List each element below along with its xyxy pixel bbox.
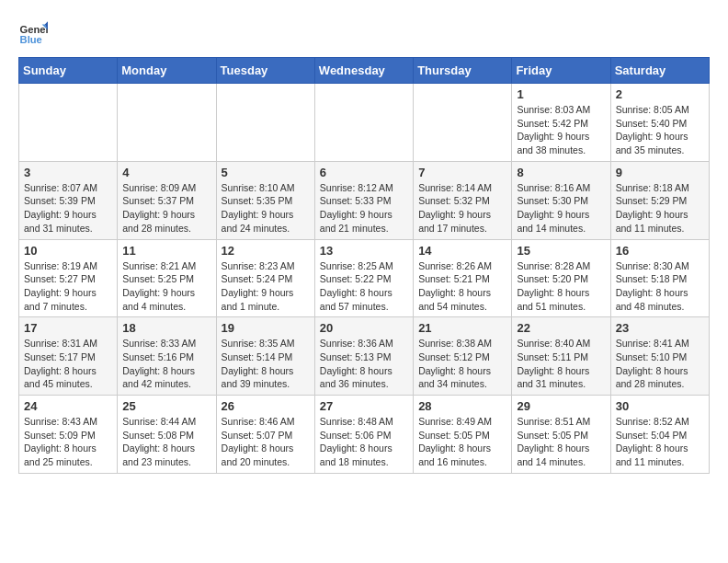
day-info: Sunrise: 8:10 AMSunset: 5:35 PMDaylight:… <box>222 181 310 236</box>
day-info: Sunrise: 8:28 AMSunset: 5:20 PMDaylight:… <box>517 259 605 314</box>
day-info: Sunrise: 8:48 AMSunset: 5:06 PMDaylight:… <box>320 415 408 469</box>
header-sunday: Sunday <box>19 58 118 84</box>
page-header: General Blue <box>18 18 710 48</box>
day-info: Sunrise: 8:46 AMSunset: 5:07 PMDaylight:… <box>222 415 310 469</box>
day-number: 2 <box>616 87 704 101</box>
day-number: 14 <box>418 244 506 258</box>
day-info: Sunrise: 8:40 AMSunset: 5:11 PMDaylight:… <box>517 337 605 391</box>
day-cell: 10Sunrise: 8:19 AMSunset: 5:27 PMDayligh… <box>19 239 118 317</box>
day-cell: 3Sunrise: 8:07 AMSunset: 5:39 PMDaylight… <box>19 161 118 239</box>
day-cell <box>118 84 216 162</box>
week-row-1: 1Sunrise: 8:03 AMSunset: 5:42 PMDaylight… <box>19 84 710 162</box>
day-info: Sunrise: 8:19 AMSunset: 5:27 PMDaylight:… <box>24 259 112 314</box>
day-info: Sunrise: 8:51 AMSunset: 5:05 PMDaylight:… <box>517 415 605 469</box>
day-info: Sunrise: 8:14 AMSunset: 5:32 PMDaylight:… <box>418 181 506 236</box>
day-cell: 6Sunrise: 8:12 AMSunset: 5:33 PMDaylight… <box>314 161 413 239</box>
day-number: 6 <box>320 166 408 179</box>
day-number: 1 <box>517 87 605 101</box>
header-tuesday: Tuesday <box>216 58 314 84</box>
day-cell: 15Sunrise: 8:28 AMSunset: 5:20 PMDayligh… <box>512 239 610 317</box>
day-info: Sunrise: 8:07 AMSunset: 5:39 PMDaylight:… <box>24 181 112 236</box>
week-row-2: 3Sunrise: 8:07 AMSunset: 5:39 PMDaylight… <box>19 161 710 239</box>
header-monday: Monday <box>118 58 216 84</box>
day-cell <box>216 84 314 162</box>
day-cell: 9Sunrise: 8:18 AMSunset: 5:29 PMDaylight… <box>610 161 709 239</box>
day-info: Sunrise: 8:03 AMSunset: 5:42 PMDaylight:… <box>517 103 605 157</box>
day-number: 9 <box>616 166 704 179</box>
day-cell: 2Sunrise: 8:05 AMSunset: 5:40 PMDaylight… <box>610 84 709 162</box>
header-wednesday: Wednesday <box>314 58 413 84</box>
day-cell: 27Sunrise: 8:48 AMSunset: 5:06 PMDayligh… <box>314 396 413 474</box>
day-cell: 24Sunrise: 8:43 AMSunset: 5:09 PMDayligh… <box>19 396 118 474</box>
day-number: 23 <box>616 321 704 335</box>
day-cell: 4Sunrise: 8:09 AMSunset: 5:37 PMDaylight… <box>118 161 216 239</box>
day-info: Sunrise: 8:05 AMSunset: 5:40 PMDaylight:… <box>616 103 704 157</box>
week-row-3: 10Sunrise: 8:19 AMSunset: 5:27 PMDayligh… <box>19 239 710 317</box>
day-info: Sunrise: 8:52 AMSunset: 5:04 PMDaylight:… <box>616 415 704 469</box>
day-cell: 12Sunrise: 8:23 AMSunset: 5:24 PMDayligh… <box>216 239 314 317</box>
day-cell: 14Sunrise: 8:26 AMSunset: 5:21 PMDayligh… <box>414 239 512 317</box>
day-number: 17 <box>24 321 112 335</box>
day-cell: 7Sunrise: 8:14 AMSunset: 5:32 PMDaylight… <box>414 161 512 239</box>
day-number: 11 <box>122 244 210 258</box>
day-info: Sunrise: 8:25 AMSunset: 5:22 PMDaylight:… <box>320 259 408 314</box>
day-number: 3 <box>24 166 112 179</box>
day-cell: 19Sunrise: 8:35 AMSunset: 5:14 PMDayligh… <box>216 317 314 396</box>
day-info: Sunrise: 8:38 AMSunset: 5:12 PMDaylight:… <box>418 337 506 391</box>
day-cell <box>19 84 118 162</box>
day-info: Sunrise: 8:33 AMSunset: 5:16 PMDaylight:… <box>122 337 210 391</box>
day-info: Sunrise: 8:21 AMSunset: 5:25 PMDaylight:… <box>122 259 210 314</box>
day-cell: 1Sunrise: 8:03 AMSunset: 5:42 PMDaylight… <box>512 84 610 162</box>
day-number: 4 <box>122 166 210 179</box>
day-cell: 21Sunrise: 8:38 AMSunset: 5:12 PMDayligh… <box>414 317 512 396</box>
header-saturday: Saturday <box>610 58 709 84</box>
day-number: 5 <box>222 166 310 179</box>
day-cell <box>414 84 512 162</box>
day-info: Sunrise: 8:26 AMSunset: 5:21 PMDaylight:… <box>418 259 506 314</box>
day-info: Sunrise: 8:23 AMSunset: 5:24 PMDaylight:… <box>222 259 310 314</box>
day-info: Sunrise: 8:44 AMSunset: 5:08 PMDaylight:… <box>122 415 210 469</box>
day-number: 30 <box>616 399 704 413</box>
day-cell: 8Sunrise: 8:16 AMSunset: 5:30 PMDaylight… <box>512 161 610 239</box>
day-info: Sunrise: 8:12 AMSunset: 5:33 PMDaylight:… <box>320 181 408 236</box>
day-info: Sunrise: 8:31 AMSunset: 5:17 PMDaylight:… <box>24 337 112 391</box>
day-cell: 29Sunrise: 8:51 AMSunset: 5:05 PMDayligh… <box>512 396 610 474</box>
day-info: Sunrise: 8:41 AMSunset: 5:10 PMDaylight:… <box>616 337 704 391</box>
day-number: 13 <box>320 244 408 258</box>
day-cell: 17Sunrise: 8:31 AMSunset: 5:17 PMDayligh… <box>19 317 118 396</box>
day-number: 19 <box>222 321 310 335</box>
day-number: 29 <box>517 399 605 413</box>
day-number: 25 <box>122 399 210 413</box>
day-cell: 23Sunrise: 8:41 AMSunset: 5:10 PMDayligh… <box>610 317 709 396</box>
day-number: 27 <box>320 399 408 413</box>
day-number: 28 <box>418 399 506 413</box>
day-cell: 22Sunrise: 8:40 AMSunset: 5:11 PMDayligh… <box>512 317 610 396</box>
svg-text:Blue: Blue <box>20 34 42 45</box>
logo-icon: General Blue <box>18 18 48 48</box>
day-info: Sunrise: 8:49 AMSunset: 5:05 PMDaylight:… <box>418 415 506 469</box>
day-number: 26 <box>222 399 310 413</box>
day-number: 7 <box>418 166 506 179</box>
day-number: 18 <box>122 321 210 335</box>
header-friday: Friday <box>512 58 610 84</box>
day-cell: 28Sunrise: 8:49 AMSunset: 5:05 PMDayligh… <box>414 396 512 474</box>
week-row-5: 24Sunrise: 8:43 AMSunset: 5:09 PMDayligh… <box>19 396 710 474</box>
day-info: Sunrise: 8:18 AMSunset: 5:29 PMDaylight:… <box>616 181 704 236</box>
day-cell: 26Sunrise: 8:46 AMSunset: 5:07 PMDayligh… <box>216 396 314 474</box>
day-info: Sunrise: 8:36 AMSunset: 5:13 PMDaylight:… <box>320 337 408 391</box>
day-cell: 25Sunrise: 8:44 AMSunset: 5:08 PMDayligh… <box>118 396 216 474</box>
day-number: 16 <box>616 244 704 258</box>
day-cell: 11Sunrise: 8:21 AMSunset: 5:25 PMDayligh… <box>118 239 216 317</box>
day-number: 20 <box>320 321 408 335</box>
day-number: 10 <box>24 244 112 258</box>
day-info: Sunrise: 8:09 AMSunset: 5:37 PMDaylight:… <box>122 181 210 236</box>
week-row-4: 17Sunrise: 8:31 AMSunset: 5:17 PMDayligh… <box>19 317 710 396</box>
day-number: 24 <box>24 399 112 413</box>
day-cell: 18Sunrise: 8:33 AMSunset: 5:16 PMDayligh… <box>118 317 216 396</box>
header-row: SundayMondayTuesdayWednesdayThursdayFrid… <box>19 58 710 84</box>
day-cell <box>314 84 413 162</box>
day-number: 8 <box>517 166 605 179</box>
day-number: 15 <box>517 244 605 258</box>
day-info: Sunrise: 8:43 AMSunset: 5:09 PMDaylight:… <box>24 415 112 469</box>
day-cell: 30Sunrise: 8:52 AMSunset: 5:04 PMDayligh… <box>610 396 709 474</box>
